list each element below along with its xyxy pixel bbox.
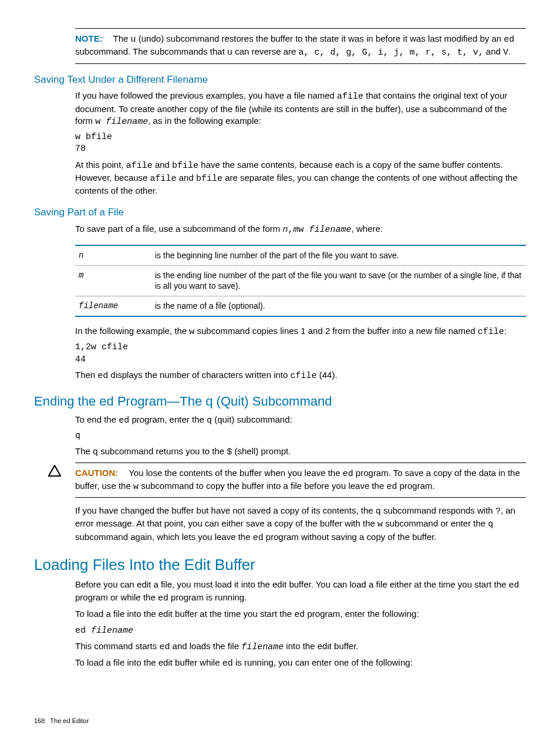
note-text: The u (undo) subcommand restores the buf… — [75, 33, 514, 56]
param-term: filename — [79, 301, 155, 312]
para: If you have changed the buffer but have … — [75, 505, 526, 544]
page-footer: 168 The ed Editor — [34, 717, 526, 725]
svg-marker-0 — [49, 465, 60, 476]
heading-quit: Ending the ed Program—The q (Quit) Subco… — [34, 393, 526, 410]
caution-row: CAUTION: You lose the contents of the bu… — [48, 463, 526, 498]
note-block: NOTE: The u (undo) subcommand restores t… — [75, 28, 526, 64]
para: At this point, afile and bfile have the … — [75, 159, 526, 197]
heading-save-part: Saving Part of a File — [34, 206, 526, 220]
param-term: m — [79, 270, 155, 292]
caution-text: You lose the contents of the buffer when… — [75, 468, 520, 491]
page-number: 168 — [34, 717, 45, 724]
code-block: ed filename — [75, 625, 526, 637]
heading-loading: Loading Files Into the Edit Buffer — [34, 555, 526, 575]
document-page: NOTE: The u (undo) subcommand restores t… — [0, 0, 560, 737]
heading-save-diff: Saving Text Under a Different Filename — [34, 73, 526, 87]
para: To end the ed program, enter the q (quit… — [75, 414, 526, 427]
para: To load a file into the edit buffer whil… — [75, 657, 526, 670]
table-row: n is the beginning line number of the pa… — [75, 246, 526, 265]
code-block: q — [75, 430, 526, 442]
param-desc: is the name of a file (optional). — [155, 301, 522, 312]
para: The q subcommand returns you to the $ (s… — [75, 445, 526, 458]
para: To save part of a file, use a subcommand… — [75, 223, 526, 236]
para: Then ed displays the number of character… — [75, 369, 526, 382]
footer-title: The ed Editor — [50, 717, 89, 724]
para: To load a file into the edit buffer at t… — [75, 608, 526, 621]
table-row: filename is the name of a file (optional… — [75, 296, 526, 316]
para: This command starts ed and loads the fil… — [75, 640, 526, 653]
caution-block: CAUTION: You lose the contents of the bu… — [75, 463, 526, 498]
param-desc: is the ending line number of the part of… — [155, 270, 522, 292]
code-block: w bfile 78 — [75, 131, 526, 156]
para: If you have followed the previous exampl… — [75, 90, 526, 128]
note-label: NOTE: — [75, 33, 103, 43]
para: Before you can edit a file, you must loa… — [75, 579, 526, 605]
caution-icon — [48, 465, 75, 480]
param-desc: is the beginning line number of the part… — [155, 250, 522, 261]
table-row: m is the ending line number of the part … — [75, 265, 526, 296]
code-block: 1,2w cfile 44 — [75, 342, 526, 366]
param-term: n — [79, 250, 155, 261]
caution-label: CAUTION: — [75, 468, 118, 478]
para: In the following example, the w subcomma… — [75, 325, 526, 338]
parameter-table: n is the beginning line number of the pa… — [75, 245, 526, 318]
